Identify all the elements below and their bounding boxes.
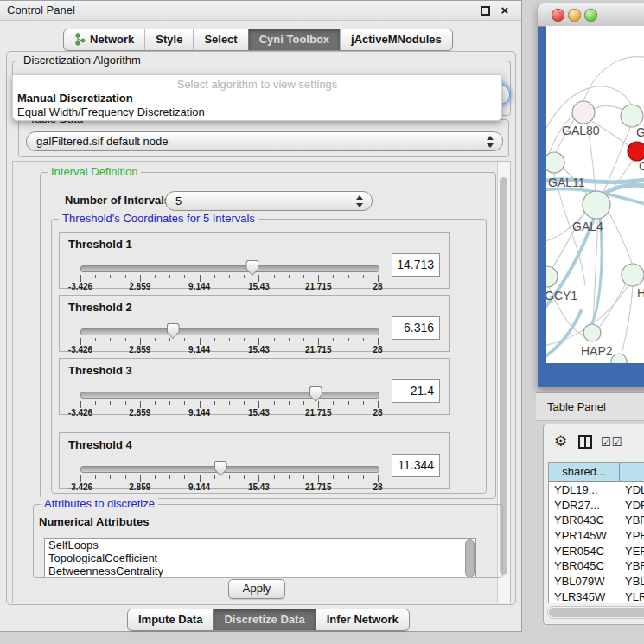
table-cell[interactable]: YBL0: [620, 574, 644, 590]
threshold-label: Threshold 1: [68, 238, 132, 251]
table-row[interactable]: YPR145WYPR1: [549, 528, 644, 544]
threshold-value-field[interactable]: 21.4: [392, 379, 440, 403]
threshold-slider[interactable]: [80, 392, 379, 399]
tab-select[interactable]: Select: [193, 29, 247, 50]
control-panel-window: Control Panel × Network Style Select Cyn…: [0, 0, 522, 632]
node-table[interactable]: shared... na YDL19...YDL1YDR27...YDR2YBR…: [548, 462, 644, 603]
axis-tick-label: 15.43: [248, 482, 270, 492]
gear-icon[interactable]: ⚙: [554, 433, 567, 450]
table-data-combobox[interactable]: galFiltered.sif default node: [26, 131, 503, 151]
table-row[interactable]: YBL079WYBL0: [549, 574, 644, 590]
select-columns-icon[interactable]: ☑☑: [601, 436, 622, 449]
node-h[interactable]: [622, 264, 644, 286]
table-cell[interactable]: YBL079W: [549, 574, 620, 590]
threshold-panel: Threshold 3 -3.4262.8599.14415.4321.7152…: [59, 358, 450, 415]
axis-tick-label: 21.715: [305, 282, 332, 291]
number-of-intervals-value: 5: [175, 194, 182, 207]
axis-tick-label: 28: [373, 345, 382, 354]
table-cell[interactable]: YER054C: [549, 544, 620, 559]
table-cell[interactable]: YDL19...: [549, 482, 620, 498]
table-horizontal-scrollbar-thumb[interactable]: [549, 608, 644, 617]
network-view-window: GAL80 GAL11 GAL4 GCY1 HAP2 H G C: [538, 3, 644, 387]
attributes-list-scrollbar-thumb[interactable]: [465, 539, 475, 577]
tab-cyni-toolbox[interactable]: Cyni Toolbox: [248, 29, 340, 50]
threshold-panel: Threshold 2 -3.4262.8599.14415.4321.7152…: [59, 295, 450, 352]
table-cell[interactable]: YPR145W: [549, 528, 620, 544]
attribute-list-item[interactable]: TopologicalCoefficient: [45, 552, 475, 564]
table-cell[interactable]: YLR3: [620, 590, 644, 603]
table-cell[interactable]: YDR2: [620, 498, 644, 513]
table-row[interactable]: YBR045CYBR0: [549, 558, 644, 574]
axis-tick-label: 21.715: [305, 345, 332, 354]
slider-ticks: [80, 274, 378, 282]
threshold-value-field[interactable]: 14.713: [392, 253, 440, 277]
table-cell[interactable]: YDR27...: [549, 498, 620, 513]
table-cell[interactable]: YBR0: [620, 513, 644, 528]
tab-impute-data[interactable]: Impute Data: [128, 609, 213, 630]
interval-definition-title: Interval Definition: [48, 165, 141, 179]
discretization-algorithm-group-title: Discretization Algorithm: [20, 54, 144, 67]
table-row[interactable]: YLR345WYLR3: [549, 590, 644, 603]
cyni-toolbox-panel: Discretization Algorithm Select algorith…: [6, 51, 516, 605]
axis-tick-label: 28: [373, 408, 382, 418]
attribute-list-item[interactable]: BetweennessCentrality: [45, 564, 475, 577]
thresholds-group-title: Threshold's Coordinates for 5 Intervals: [59, 212, 258, 226]
tab-discretize-data[interactable]: Discretize Data: [213, 609, 315, 630]
node-partial[interactable]: [611, 354, 627, 363]
mac-close-icon[interactable]: [552, 9, 564, 22]
threshold-slider[interactable]: [80, 466, 379, 473]
threshold-value-field[interactable]: 6.316: [392, 316, 440, 340]
axis-tick-label: 2.859: [129, 408, 150, 418]
table-cell[interactable]: YER0: [620, 544, 644, 559]
node-gal80[interactable]: [572, 101, 595, 124]
table-row[interactable]: YBR043CYBR0: [549, 513, 644, 528]
combo-arrows-icon: [486, 136, 494, 148]
table-cell[interactable]: YBR045C: [549, 558, 620, 574]
columns-icon[interactable]: [578, 435, 592, 449]
node-g[interactable]: [621, 105, 643, 127]
mac-zoom-icon[interactable]: [584, 9, 597, 22]
numerical-attributes-list[interactable]: SelfLoopsTopologicalCoefficientBetweenne…: [44, 538, 476, 577]
float-window-icon[interactable]: [481, 6, 490, 16]
tab-jactivemnodules[interactable]: jActiveMNodules: [340, 29, 452, 50]
apply-button[interactable]: Apply: [228, 579, 285, 599]
node-selected-red[interactable]: [628, 142, 644, 161]
network-canvas[interactable]: GAL80 GAL11 GAL4 GCY1 HAP2 H G C: [546, 26, 644, 363]
table-row[interactable]: YER054CYER0: [549, 544, 644, 559]
axis-tick-label: 15.43: [248, 408, 270, 418]
popup-item-manual-discretization[interactable]: Manual Discretization: [16, 92, 499, 105]
threshold-slider[interactable]: [80, 328, 379, 335]
tab-impute-data-label: Impute Data: [138, 613, 202, 626]
column-header-name[interactable]: na: [620, 463, 644, 481]
column-header-shared-name[interactable]: shared...: [549, 463, 620, 481]
tab-style[interactable]: Style: [144, 29, 193, 50]
slider-tick-labels: -3.4262.8599.14415.4321.71528: [80, 345, 378, 354]
table-row[interactable]: YDL19...YDL1: [549, 482, 644, 498]
number-of-intervals-combobox[interactable]: 5: [165, 191, 373, 211]
table-cell[interactable]: YBR0: [620, 558, 644, 574]
table-panel-title: Table Panel: [547, 400, 606, 413]
table-cell[interactable]: YDL1: [620, 482, 644, 498]
tab-cyni-toolbox-label: Cyni Toolbox: [259, 33, 329, 46]
slider-ticks: [80, 337, 378, 345]
tab-jactivemnodules-label: jActiveMNodules: [351, 33, 442, 46]
close-icon[interactable]: ×: [499, 4, 511, 16]
threshold-value-field[interactable]: 11.344: [392, 454, 440, 477]
node-gal11[interactable]: [546, 152, 564, 173]
node-hap2[interactable]: [583, 324, 601, 341]
node-gcy1[interactable]: [546, 266, 558, 287]
bottom-tab-bar: Impute Data Discretize Data Infer Networ…: [127, 609, 410, 631]
axis-tick-label: 21.715: [305, 408, 332, 418]
attribute-list-item[interactable]: SelfLoops: [45, 539, 475, 552]
table-cell[interactable]: YPR1: [620, 528, 644, 544]
table-cell[interactable]: YLR345W: [549, 590, 620, 603]
table-row[interactable]: YDR27...YDR2: [549, 498, 644, 513]
table-cell[interactable]: YBR043C: [549, 513, 620, 528]
threshold-slider[interactable]: [80, 265, 379, 272]
table-horizontal-scrollbar[interactable]: [547, 606, 644, 619]
tab-infer-network[interactable]: Infer Network: [316, 609, 409, 630]
mac-minimize-icon[interactable]: [568, 9, 581, 22]
node-gal4[interactable]: [583, 191, 610, 219]
popup-item-equal-width-frequency[interactable]: Equal Width/Frequency Discretization: [16, 105, 499, 119]
tab-network[interactable]: Network: [64, 29, 144, 50]
